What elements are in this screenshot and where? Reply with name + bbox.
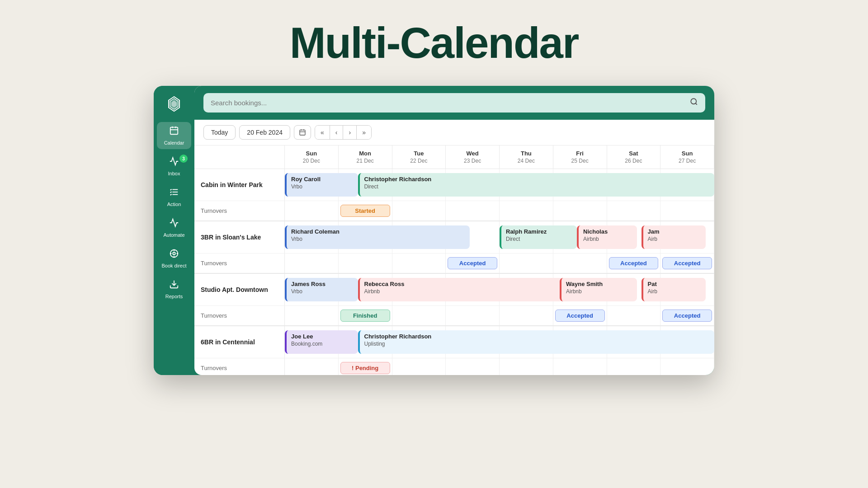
turnover-badge-accepted[interactable]: Accepted xyxy=(662,310,712,322)
sidebar-item-automate[interactable]: Automate xyxy=(157,214,191,241)
property-bookings-2: James Ross Vrbo Rebecca Ross Airbnb Wayn… xyxy=(285,274,714,305)
turnover-cell xyxy=(285,306,339,325)
turnover-cell: Finished xyxy=(339,306,392,325)
booking-card[interactable]: Jam Airb xyxy=(642,225,706,249)
day-header-1: Mon 21 Dec xyxy=(339,145,392,169)
turnover-cell xyxy=(660,358,714,375)
turnover-cell xyxy=(660,201,714,221)
reports-icon xyxy=(169,279,179,292)
turnover-cell xyxy=(553,358,607,375)
sidebar-label-reports: Reports xyxy=(165,294,183,299)
booking-card[interactable]: Wayne Smith Airbnb xyxy=(560,278,637,301)
turnover-cell: ! Pending xyxy=(339,358,392,375)
svg-rect-0 xyxy=(170,127,178,135)
property-bookings-3: Joe Lee Booking.com Christopher Richards… xyxy=(285,326,714,358)
booking-source: Uplisting xyxy=(364,341,710,347)
search-input-wrapper[interactable] xyxy=(203,93,705,113)
page-title: Multi-Calendar xyxy=(290,18,579,68)
turnover-cell xyxy=(553,253,607,273)
turnover-badge-started[interactable]: Started xyxy=(340,205,390,217)
day-header-6: Sat 26 Dec xyxy=(607,145,661,169)
booking-source: Vrbo xyxy=(291,288,354,295)
booking-guest-name: Roy Caroll xyxy=(291,176,354,183)
action-icon xyxy=(169,187,179,200)
booking-guest-name: Christopher Richardson xyxy=(364,176,710,183)
sidebar-item-reports[interactable]: Reports xyxy=(157,276,191,303)
search-icon xyxy=(690,98,698,108)
svg-point-14 xyxy=(691,99,696,104)
booking-card[interactable]: Joe Lee Booking.com xyxy=(285,330,358,354)
property-section-1: 3BR in Sloan's Lake Richard Coleman Vrbo xyxy=(194,221,714,274)
booking-card[interactable]: James Ross Vrbo xyxy=(285,278,358,301)
inbox-badge: 3 xyxy=(179,155,188,163)
day-header-2: Tue 22 Dec xyxy=(392,145,446,169)
sidebar-item-action[interactable]: Action xyxy=(157,183,191,211)
turnover-cell xyxy=(500,201,553,221)
turnover-cell: Accepted xyxy=(553,306,607,325)
property-row-3: 6BR in Centennial Joe Lee Booking.com Ch… xyxy=(194,326,714,358)
booking-source: Airb xyxy=(648,288,702,295)
booking-card[interactable]: Ralph Ramirez Direct xyxy=(500,225,577,249)
turnover-cell: Accepted xyxy=(446,253,500,273)
next-button[interactable]: › xyxy=(343,126,357,139)
turnover-label: Turnovers xyxy=(194,358,285,375)
booking-guest-name: Nicholas xyxy=(583,228,632,235)
booking-source: Airb xyxy=(648,236,702,242)
sidebar-item-book-direct[interactable]: Book direct xyxy=(157,245,191,272)
day-header-empty xyxy=(194,145,285,169)
svg-point-8 xyxy=(173,252,175,255)
calendar-picker-button[interactable] xyxy=(294,125,311,140)
property-row-1: 3BR in Sloan's Lake Richard Coleman Vrbo xyxy=(194,221,714,253)
booking-card[interactable]: Christopher Richardson Uplisting xyxy=(358,330,715,354)
turnover-cell: Accepted xyxy=(660,253,714,273)
sidebar-label-inbox: Inbox xyxy=(168,171,180,176)
turnover-cell: Accepted xyxy=(607,253,661,273)
calendar-icon xyxy=(169,126,179,138)
prev-button[interactable]: ‹ xyxy=(330,126,344,139)
turnover-badge-accepted[interactable]: Accepted xyxy=(662,257,712,269)
booking-source: Airbnb xyxy=(566,288,632,295)
fast-prev-button[interactable]: « xyxy=(315,126,330,139)
booking-guest-name: Joe Lee xyxy=(291,333,354,340)
booking-card[interactable]: Roy Caroll Vrbo xyxy=(285,173,358,197)
property-name-2: Studio Apt. Downtown xyxy=(194,274,285,305)
booking-guest-name: Jam xyxy=(648,228,702,235)
day-header-0: Sun 20 Dec xyxy=(285,145,339,169)
booking-card[interactable]: Rebecca Ross Airbnb xyxy=(358,278,564,301)
booking-source: Direct xyxy=(506,236,572,242)
property-name-1: 3BR in Sloan's Lake xyxy=(194,221,285,253)
turnover-badge-accepted[interactable]: Accepted xyxy=(448,257,497,269)
turnover-cell xyxy=(392,358,446,375)
turnover-row-3: Turnovers ! Pending xyxy=(194,358,714,375)
today-button[interactable]: Today xyxy=(203,125,236,140)
booking-source: Direct xyxy=(364,183,710,190)
search-bar-area xyxy=(194,86,714,120)
turnover-cell xyxy=(285,253,339,273)
booking-card[interactable]: Christopher Richardson Direct xyxy=(358,173,715,197)
property-row-2: Studio Apt. Downtown James Ross Vrbo Reb… xyxy=(194,274,714,306)
app-logo[interactable] xyxy=(163,93,185,115)
sidebar-item-inbox[interactable]: 3 Inbox xyxy=(157,153,191,180)
property-name-3: 6BR in Centennial xyxy=(194,326,285,358)
turnover-cell: Accepted xyxy=(660,306,714,325)
booking-card[interactable]: Pat Airb xyxy=(642,278,706,301)
turnover-cells-0: Started xyxy=(285,201,714,221)
turnover-badge-pending[interactable]: ! Pending xyxy=(340,362,390,374)
turnover-cells-1: Accepted Accepted Accepted xyxy=(285,253,714,273)
turnover-cell xyxy=(446,306,500,325)
turnover-badge-finished[interactable]: Finished xyxy=(340,310,390,322)
turnover-cell xyxy=(392,306,446,325)
sidebar-item-calendar[interactable]: Calendar xyxy=(157,122,191,149)
fast-next-button[interactable]: » xyxy=(357,126,371,139)
booking-guest-name: Christopher Richardson xyxy=(364,333,710,340)
property-section-2: Studio Apt. Downtown James Ross Vrbo Reb… xyxy=(194,274,714,326)
turnover-badge-accepted[interactable]: Accepted xyxy=(609,257,659,269)
booking-card[interactable]: Nicholas Airbnb xyxy=(577,225,637,249)
booking-card[interactable]: Richard Coleman Vrbo xyxy=(285,225,470,249)
sidebar-label-automate: Automate xyxy=(163,232,184,238)
turnover-cells-2: Finished Accepted Accepted xyxy=(285,306,714,325)
inbox-icon xyxy=(169,156,179,169)
turnover-badge-accepted[interactable]: Accepted xyxy=(555,310,605,322)
search-input[interactable] xyxy=(211,99,685,107)
turnover-row-0: Turnovers Started xyxy=(194,201,714,221)
